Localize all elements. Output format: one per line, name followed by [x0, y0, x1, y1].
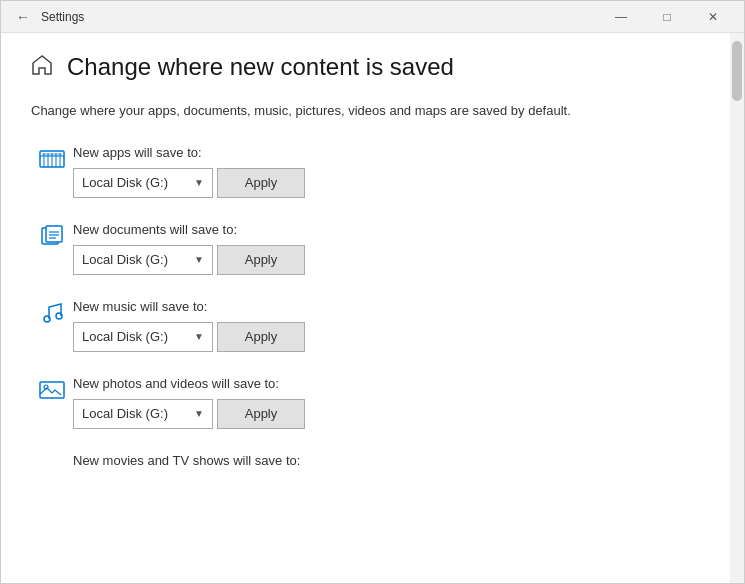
photos-save-inner: New photos and videos will save to: Loca… — [73, 376, 714, 429]
photos-dropdown[interactable]: Local Disk (G:) ▼ — [73, 399, 213, 429]
apps-dropdown[interactable]: Local Disk (G:) ▼ — [73, 168, 213, 198]
photos-dropdown-arrow: ▼ — [194, 408, 204, 419]
music-icon — [38, 299, 66, 327]
music-apply-button[interactable]: Apply — [217, 322, 305, 352]
movies-label: New movies and TV shows will save to: — [31, 453, 714, 468]
documents-icon-area — [31, 222, 73, 252]
apps-dropdown-value: Local Disk (G:) — [82, 175, 168, 190]
documents-label: New documents will save to: — [73, 222, 714, 237]
music-dropdown-arrow: ▼ — [194, 331, 204, 342]
music-icon-area — [31, 299, 73, 329]
window-title: Settings — [37, 10, 598, 24]
documents-controls: Local Disk (G:) ▼ Apply — [73, 245, 714, 275]
back-button[interactable]: ← — [9, 3, 37, 31]
music-controls: Local Disk (G:) ▼ Apply — [73, 322, 714, 352]
documents-save-inner: New documents will save to: Local Disk (… — [73, 222, 714, 275]
scrollbar-track[interactable] — [730, 33, 744, 583]
music-label: New music will save to: — [73, 299, 714, 314]
apps-dropdown-arrow: ▼ — [194, 177, 204, 188]
svg-rect-15 — [40, 382, 64, 398]
close-button[interactable]: ✕ — [690, 1, 736, 33]
minimize-button[interactable]: — — [598, 1, 644, 33]
apps-apply-button[interactable]: Apply — [217, 168, 305, 198]
documents-icon — [38, 222, 66, 250]
documents-dropdown-arrow: ▼ — [194, 254, 204, 265]
photos-label: New photos and videos will save to: — [73, 376, 714, 391]
apps-row: New apps will save to: Local Disk (G:) ▼… — [31, 145, 714, 198]
main-content: Change where new content is saved Change… — [1, 33, 744, 583]
photos-dropdown-value: Local Disk (G:) — [82, 406, 168, 421]
music-save-inner: New music will save to: Local Disk (G:) … — [73, 299, 714, 352]
documents-dropdown[interactable]: Local Disk (G:) ▼ — [73, 245, 213, 275]
apps-icon-area — [31, 145, 73, 175]
photos-controls: Local Disk (G:) ▼ Apply — [73, 399, 714, 429]
settings-window: ← Settings — □ ✕ Change where new conten… — [0, 0, 745, 584]
documents-row: New documents will save to: Local Disk (… — [31, 222, 714, 275]
svg-rect-9 — [46, 226, 62, 242]
apps-label: New apps will save to: — [73, 145, 714, 160]
page-title: Change where new content is saved — [67, 53, 454, 81]
documents-apply-button[interactable]: Apply — [217, 245, 305, 275]
window-controls: — □ ✕ — [598, 1, 736, 33]
titlebar: ← Settings — □ ✕ — [1, 1, 744, 33]
apps-controls: Local Disk (G:) ▼ Apply — [73, 168, 714, 198]
documents-dropdown-value: Local Disk (G:) — [82, 252, 168, 267]
music-dropdown[interactable]: Local Disk (G:) ▼ — [73, 322, 213, 352]
page-header: Change where new content is saved — [31, 53, 714, 81]
music-dropdown-value: Local Disk (G:) — [82, 329, 168, 344]
home-icon — [31, 54, 53, 81]
photos-apply-button[interactable]: Apply — [217, 399, 305, 429]
photos-icon — [38, 376, 66, 404]
photos-icon-area — [31, 376, 73, 406]
music-row: New music will save to: Local Disk (G:) … — [31, 299, 714, 352]
maximize-button[interactable]: □ — [644, 1, 690, 33]
photos-row: New photos and videos will save to: Loca… — [31, 376, 714, 429]
apps-save-inner: New apps will save to: Local Disk (G:) ▼… — [73, 145, 714, 198]
apps-icon — [38, 145, 66, 173]
scrollbar-thumb[interactable] — [732, 41, 742, 101]
page-description: Change where your apps, documents, music… — [31, 101, 714, 121]
